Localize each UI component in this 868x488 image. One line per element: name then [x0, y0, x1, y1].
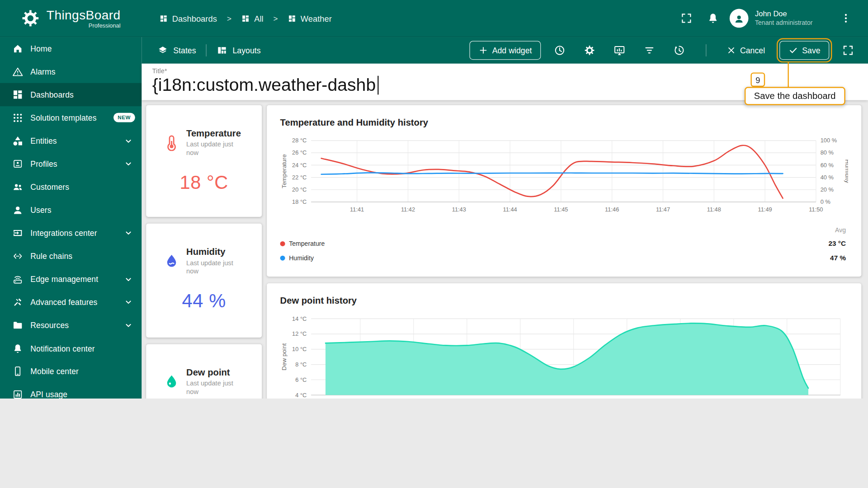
sidebar-item-label: Dashboards [30, 90, 74, 99]
sidebar-item-label: Profiles [30, 160, 57, 169]
breadcrumb-item-all[interactable]: All [241, 14, 264, 23]
legend-label: Humidity [289, 254, 314, 261]
header-fullscreen-button[interactable] [675, 7, 698, 29]
entity-aliases-button[interactable] [638, 39, 660, 61]
sidebar-item-alarms[interactable]: Alarms [0, 60, 142, 83]
version-control-button[interactable] [668, 39, 690, 61]
person-icon [733, 13, 745, 25]
thingsboard-app: ThingsBoard Professional Dashboards > Al… [0, 0, 868, 399]
logo[interactable]: ThingsBoard Professional [0, 8, 142, 29]
plus-icon [478, 45, 488, 55]
sidebar-item-label: Alarms [30, 67, 55, 76]
annotation-step-badge: 9 [750, 72, 765, 87]
sidebar-item-rule-chains[interactable]: Rule chains [0, 244, 142, 267]
close-icon [726, 45, 736, 55]
temperature-humidity-chart: 11:4111:4211:4311:4411:4511:4611:4711:48… [280, 136, 848, 216]
sidebar-item-integrations-center[interactable]: Integrations center [0, 221, 142, 244]
avatar[interactable] [730, 9, 749, 28]
states-icon [157, 45, 168, 56]
svg-text:Temperature: Temperature [281, 154, 288, 188]
chart-title: Dew point history [280, 296, 848, 308]
layouts-icon [217, 45, 227, 56]
sidebar-item-api-usage[interactable]: API usage [0, 383, 142, 399]
breadcrumb-separator: > [274, 14, 278, 23]
users-icon [12, 205, 23, 216]
chart-title: Temperature and Humidity history [280, 117, 848, 130]
sidebar-item-label: Edge management [30, 275, 98, 284]
legend-item-humidity[interactable]: Humidity [280, 251, 325, 265]
edge-icon [12, 274, 23, 285]
chevron-down-icon [123, 297, 134, 308]
sidebar-item-home[interactable]: Home [0, 37, 142, 60]
breadcrumb: Dashboards > All > Weather [160, 14, 332, 23]
solution-templates-icon [12, 112, 23, 123]
legend-dot [280, 241, 285, 246]
cancel-button[interactable]: Cancel [723, 45, 769, 56]
widget-temperature[interactable]: Temperature Last update just now 18 °C [146, 105, 262, 217]
annotation-callout: Save the dashboard [745, 87, 845, 105]
sidebar-item-profiles[interactable]: Profiles [0, 152, 142, 175]
svg-text:Humidity: Humidity [844, 160, 848, 183]
svg-text:6 °C: 6 °C [295, 376, 307, 383]
dashboard-settings-button[interactable] [578, 39, 600, 61]
breadcrumb-item-weather[interactable]: Weather [288, 14, 332, 23]
widget-humidity[interactable]: Humidity Last update just now 44 % [146, 224, 262, 338]
states-label: States [173, 46, 196, 55]
title-input[interactable]: {i18n:custom.weather-dashb [152, 75, 376, 95]
save-button[interactable]: Save [779, 41, 829, 60]
legend-dot [280, 255, 285, 260]
svg-text:10 °C: 10 °C [292, 346, 307, 352]
add-widget-button[interactable]: Add widget [469, 41, 541, 60]
check-icon [788, 45, 798, 55]
header-actions: John Doe Tenant administrator [675, 7, 868, 29]
temperature-value: 18 °C [146, 172, 262, 193]
svg-text:26 °C: 26 °C [292, 149, 307, 156]
svg-text:12 °C: 12 °C [292, 330, 307, 337]
add-widget-label: Add widget [492, 46, 532, 55]
sidebar-item-solution-templates[interactable]: Solution templatesNEW [0, 106, 142, 129]
toolbar-fullscreen-button[interactable] [837, 39, 859, 61]
sidebar-item-edge-management[interactable]: Edge management [0, 268, 142, 291]
chart-widgets-column: Temperature and Humidity history 11:4111… [267, 105, 861, 399]
user-role: Tenant administrator [755, 18, 813, 28]
svg-text:80 %: 80 % [821, 149, 834, 156]
widget-dew-point[interactable]: Dew point Last update just now 6 °C [146, 344, 262, 399]
api-usage-icon [12, 389, 23, 399]
header-menu-button[interactable] [838, 7, 854, 29]
layouts-button[interactable]: Layouts [214, 42, 263, 59]
dashboard-edit-toolbar: States Layouts Add widget [142, 37, 868, 64]
thingsboard-logo-icon [20, 8, 41, 29]
svg-text:8 °C: 8 °C [295, 361, 307, 368]
sidebar-item-customers[interactable]: Customers [0, 175, 142, 198]
sidebar-item-label: Home [30, 44, 52, 53]
alarm-icon [12, 66, 23, 77]
notifications-button[interactable] [702, 7, 724, 29]
avg-value: 23 °C [829, 236, 846, 251]
sidebar-item-label: Entities [30, 136, 57, 145]
sidebar-item-label: API usage [30, 390, 67, 399]
svg-text:Dew point: Dew point [281, 343, 288, 371]
states-button[interactable]: States [155, 42, 198, 59]
sidebar-item-users[interactable]: Users [0, 198, 142, 221]
chart-card-dew-point[interactable]: Dew point history 11:4111:4211:4311:4411… [267, 283, 861, 399]
chart-card-temperature-humidity[interactable]: Temperature and Humidity history 11:4111… [267, 105, 861, 277]
sidebar-item-notification-center[interactable]: Notification center [0, 337, 142, 360]
sidebar-item-advanced-features[interactable]: Advanced features [0, 291, 142, 314]
sidebar-item-label: Mobile center [30, 367, 79, 376]
manage-layouts-button[interactable] [608, 39, 630, 61]
logo-subtitle: Professional [47, 22, 121, 28]
user-info[interactable]: John Doe Tenant administrator [755, 9, 813, 28]
widget-subtitle: Last update just now [186, 380, 245, 396]
sidebar-item-entities[interactable]: Entities [0, 129, 142, 152]
sidebar-item-mobile-center[interactable]: Mobile center [0, 360, 142, 383]
sidebar-item-dashboards[interactable]: Dashboards [0, 83, 142, 106]
breadcrumb-item-dashboards[interactable]: Dashboards [160, 14, 217, 23]
legend-item-temperature[interactable]: Temperature [280, 236, 325, 251]
svg-text:28 °C: 28 °C [292, 137, 307, 144]
text-caret [377, 75, 378, 94]
sidebar-item-resources[interactable]: Resources [0, 314, 142, 337]
sidebar-nav: HomeAlarmsDashboardsSolution templatesNE… [0, 37, 142, 399]
gear-icon [583, 44, 595, 56]
time-window-button[interactable] [548, 39, 571, 61]
svg-text:24 °C: 24 °C [292, 162, 307, 169]
